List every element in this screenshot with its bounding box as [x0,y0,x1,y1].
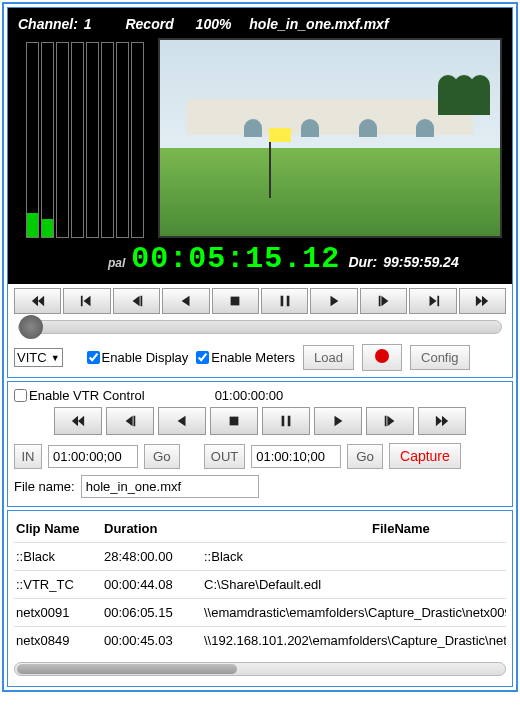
goto-start-button[interactable] [63,288,110,314]
table-row[interactable]: netx0091 00:06:05.15 \\emamdrastic\emamf… [14,599,506,627]
load-button[interactable]: Load [303,345,354,370]
svg-rect-8 [230,417,239,426]
svg-rect-10 [288,416,291,427]
record-filename: hole_in_one.mxf.mxf [249,16,388,32]
meter-bar [86,42,99,238]
horizontal-scrollbar[interactable] [14,662,506,676]
vtr-fast-reverse-button[interactable] [54,407,102,435]
svg-rect-9 [282,416,285,427]
config-button[interactable]: Config [410,345,470,370]
vtr-timecode: 01:00:00:00 [215,388,284,403]
meter-bar [56,42,69,238]
play-button[interactable] [310,288,357,314]
in-go-button[interactable]: Go [144,444,180,469]
vtr-step-back-button[interactable] [106,407,154,435]
table-row[interactable]: ::Black 28:48:00.00 ::Black [14,543,506,571]
main-transport [8,284,512,318]
svg-rect-5 [378,296,380,307]
tc-mode-select[interactable]: VITC▼ [14,348,63,367]
chevron-down-icon: ▼ [51,353,60,363]
clip-list-panel: Clip Name Duration FileName ::Black 28:4… [7,510,513,687]
play-reverse-button[interactable] [162,288,209,314]
pal-label: pal [108,256,125,270]
filename-label: File name: [14,479,75,494]
record-status: Record [125,16,173,32]
vtr-stop-button[interactable] [210,407,258,435]
vtr-fast-forward-button[interactable] [418,407,466,435]
enable-display-checkbox[interactable]: Enable Display [87,350,189,365]
step-back-button[interactable] [113,288,160,314]
vtr-panel: Enable VTR Control 01:00:00:00 IN Go OUT… [7,381,513,507]
meter-bar [41,42,54,238]
fast-forward-button[interactable] [459,288,506,314]
meter-bar [101,42,114,238]
tc-mode-value: VITC [17,350,47,365]
record-button[interactable] [362,344,402,371]
header-filename[interactable]: FileName [202,515,506,543]
vtr-transport [14,407,506,439]
svg-rect-11 [385,416,387,427]
meter-bar [116,42,129,238]
vtr-play-reverse-button[interactable] [158,407,206,435]
capture-button[interactable]: Capture [389,443,461,469]
svg-rect-2 [231,297,240,306]
clip-table: Clip Name Duration FileName ::Black 28:4… [14,515,506,654]
stop-button[interactable] [212,288,259,314]
vtr-step-forward-button[interactable] [366,407,414,435]
meter-bar [26,42,39,238]
header-clipname[interactable]: Clip Name [14,515,102,543]
in-field[interactable] [48,445,138,468]
record-icon [375,349,389,363]
shuttle-thumb[interactable] [19,315,43,339]
goto-end-button[interactable] [409,288,456,314]
svg-rect-0 [81,296,83,307]
channel-value: 1 [84,16,92,32]
fast-reverse-button[interactable] [14,288,61,314]
out-label: OUT [204,444,245,469]
video-panel: Channel: 1 Record 100% hole_in_one.mxf.m… [7,7,513,378]
svg-rect-3 [280,296,283,307]
duration-label: Dur: [348,254,377,270]
duration-value: 99:59:59.24 [383,254,459,270]
out-go-button[interactable]: Go [347,444,383,469]
video-preview[interactable] [158,38,502,238]
meter-bar [131,42,144,238]
header-duration[interactable]: Duration [102,515,202,543]
shuttle-slider[interactable] [18,320,502,334]
meter-bar [71,42,84,238]
vtr-play-button[interactable] [314,407,362,435]
audio-meters [18,38,148,238]
channel-label: Channel: [18,16,78,32]
out-field[interactable] [251,445,341,468]
in-label: IN [14,444,42,469]
svg-rect-1 [140,296,142,307]
video-header: Channel: 1 Record 100% hole_in_one.mxf.m… [14,14,506,34]
pause-button[interactable] [261,288,308,314]
table-row[interactable]: ::VTR_TC 00:00:44.08 C:\Share\Default.ed… [14,571,506,599]
svg-rect-6 [437,296,439,307]
enable-vtr-checkbox[interactable]: Enable VTR Control [14,388,145,403]
clip-header-row: Clip Name Duration FileName [14,515,506,543]
svg-rect-4 [286,296,289,307]
table-row[interactable]: netx0849 00:00:45.03 \\192.168.101.202\e… [14,627,506,655]
record-percent: 100% [196,16,232,32]
timecode-main: 00:05:15.12 [131,242,340,276]
vtr-pause-button[interactable] [262,407,310,435]
scrollbar-thumb[interactable] [17,664,237,674]
enable-meters-checkbox[interactable]: Enable Meters [196,350,295,365]
filename-field[interactable] [81,475,259,498]
svg-rect-7 [134,416,136,427]
step-forward-button[interactable] [360,288,407,314]
